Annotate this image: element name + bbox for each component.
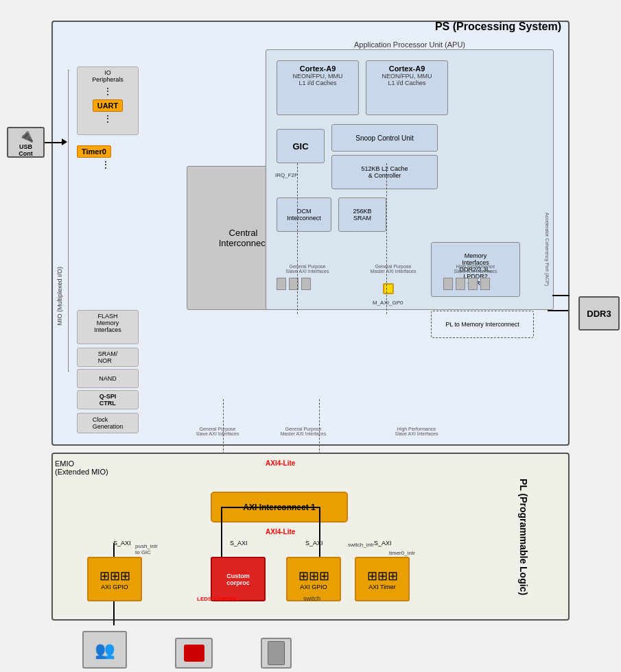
switch-icon — [261, 638, 292, 669]
m-axi-gp0-label: M_AXI_GP0 — [373, 300, 403, 306]
connector-3 — [301, 278, 311, 290]
people-icon: 👥 — [82, 631, 127, 669]
bottom-icons: 👥 — [82, 631, 292, 669]
gp-slave-label: General PurposeSlave AXI Interfaces — [273, 264, 342, 274]
axi4lite-top: AXI4-Lite — [266, 459, 295, 467]
gp-master-outer: General PurposeMaster AXI Interfaces — [266, 427, 341, 436]
usb-label: USBCont — [19, 143, 33, 157]
sram-box: 256KBSRAM — [338, 197, 386, 232]
arrow-gpio-down — [113, 601, 115, 625]
yellow-connector — [383, 283, 394, 294]
clock-label: ClockGeneration — [93, 416, 124, 430]
scu-box: Snoop Control Unit — [331, 124, 438, 152]
io-peripherals-label: IOPeripherals — [80, 69, 136, 83]
button-icon — [175, 638, 213, 669]
switch-intr-label: switch_intr — [348, 542, 374, 548]
sram-nor-box: SRAM/NOR — [77, 348, 139, 367]
usb-controller: 🔌 USBCont — [7, 127, 45, 158]
flash-label: FLASHMemoryInterfaces — [94, 313, 121, 333]
gic-box: GIC — [277, 129, 325, 163]
ddr3-arrow — [548, 310, 568, 311]
slave-axi-connectors-left — [277, 278, 311, 290]
hp-conn-3 — [468, 278, 478, 290]
pl-ps-dashed-1 — [223, 399, 224, 454]
dots-top: ⋮ — [80, 86, 136, 97]
emio-label: EMIO(Extended MIO) — [55, 459, 108, 476]
switch-label: switch — [303, 595, 320, 602]
axi-gpio-left: ⊞⊞⊞ AXI GPIO — [87, 557, 142, 601]
hp-slave-connectors — [443, 278, 490, 290]
l2cache-label: 512KB L2 Cache& Controller — [361, 165, 408, 179]
push-intr-label: push_intrto GIC — [135, 543, 158, 555]
clock-box: ClockGeneration — [77, 413, 139, 433]
ocm-box: OCMInterconnect — [277, 197, 331, 232]
irq-f2p-label: IRQ_F2P — [275, 172, 298, 178]
io-peripherals-box: IOPeripherals ⋮ UART ⋮ — [77, 67, 139, 135]
flash-box: FLASHMemoryInterfaces — [77, 310, 139, 344]
custom-corproc-label: Customcorproc — [226, 573, 250, 586]
timer0-intr-label: timer0_intr — [389, 550, 415, 556]
main-diagram: 🔌 USBCont PS (Processing System) MIO (Mu… — [0, 0, 621, 672]
emio-text: EMIO(Extended MIO) — [55, 459, 108, 476]
sram-label: 256KBSRAM — [353, 208, 371, 221]
line-center-down — [221, 507, 222, 557]
cortex-left-title: Cortex-A9 — [281, 64, 355, 73]
pl-ps-dashed-2 — [319, 399, 320, 454]
apu-title: Application Processor Unit (APU) — [354, 40, 465, 49]
central-interconnect-label: CentralInterconnect — [219, 228, 268, 248]
hp-conn-1 — [443, 278, 453, 290]
timer-badge: Timer0 — [77, 145, 111, 158]
s-axi-label-4: S_AXI — [374, 540, 392, 547]
ddr3-box: DDR3 — [578, 296, 620, 331]
mio-text: MIO (Multiplexed I/O) — [56, 267, 63, 326]
master-axi-connector — [383, 283, 394, 294]
cortex-a9-left: Cortex-A9 NEON/FPU, MMUL1 i/d Caches — [277, 60, 359, 115]
dots-below-timer: ⋮ — [101, 159, 110, 170]
leds-coproc-label: LEDS_COPROC — [197, 596, 239, 602]
axi-gpio-right-label: AXI GPIO — [300, 584, 327, 590]
ps-title: PS (Processing System) — [435, 21, 561, 33]
pl-title: PL (Programmable Logic) — [518, 478, 529, 595]
qspi-box: Q-SPICTRL — [77, 390, 139, 409]
line-right-down — [319, 507, 320, 557]
scu-label: Snoop Control Unit — [355, 134, 414, 142]
gp-slave-outer: General PurposeSlave AXI Interfaces — [187, 427, 248, 436]
line-center-h — [221, 507, 320, 508]
mio-bracket — [68, 70, 69, 372]
usb-arrow-head — [62, 139, 67, 145]
axi-gpio-left-label: AXI GPIO — [101, 584, 128, 590]
pl-to-mem: PL to Memory Interconnect — [431, 311, 534, 338]
hp-slave-label: High PerformanceSlave AXI Interfaces — [438, 264, 513, 274]
cortex-left-subtitle: NEON/FPU, MMUL1 i/d Caches — [281, 73, 355, 86]
hp-conn-4 — [480, 278, 490, 290]
switch-body — [268, 641, 285, 665]
gic-label: GIC — [292, 141, 308, 152]
cortex-a9-right: Cortex-A9 NEON/FPU, MMUL1 i/d Caches — [366, 60, 448, 115]
hp-conn-2 — [456, 278, 465, 290]
l2cache-box: 512KB L2 Cache& Controller — [331, 155, 438, 189]
connector-1 — [277, 278, 286, 290]
mio-label: MIO (Multiplexed I/O) — [53, 228, 67, 365]
gic-dashed-line — [297, 163, 298, 314]
sram-nor-label: SRAM/NOR — [98, 350, 118, 364]
s-axi-label-1: S_AXI — [113, 540, 131, 547]
nand-box: NAND — [77, 369, 139, 388]
s-axi-label-2: S_AXI — [230, 540, 248, 547]
apu-box: Application Processor Unit (APU) Cortex-… — [266, 49, 554, 310]
ddr3-label: DDR3 — [587, 309, 611, 319]
ps-box: PS (Processing System) MIO (Multiplexed … — [51, 21, 570, 446]
custom-corproc: Customcorproc — [211, 557, 266, 601]
axi-timer-label: AXI Timer — [368, 584, 396, 590]
red-button — [184, 645, 204, 662]
axi-timer: ⊞⊞⊞ AXI Timer — [355, 557, 410, 601]
uart-badge: UART — [80, 99, 136, 112]
ddr3-outer-arrow — [552, 295, 570, 296]
qspi-label: Q-SPICTRL — [99, 393, 117, 407]
pl-box: PL (Programmable Logic) AXI4-Lite AXI In… — [51, 453, 570, 621]
cortex-right-title: Cortex-A9 — [370, 64, 444, 73]
acp-label: Accelerator Coherency Port (ACP) — [542, 187, 552, 311]
axi4lite-bottom: AXI4-Lite — [266, 528, 295, 536]
gp-master-label: General PurposeMaster AXI Interfaces — [355, 264, 431, 274]
center-dashed-line — [386, 163, 387, 314]
cortex-right-subtitle: NEON/FPU, MMUL1 i/d Caches — [370, 73, 444, 86]
